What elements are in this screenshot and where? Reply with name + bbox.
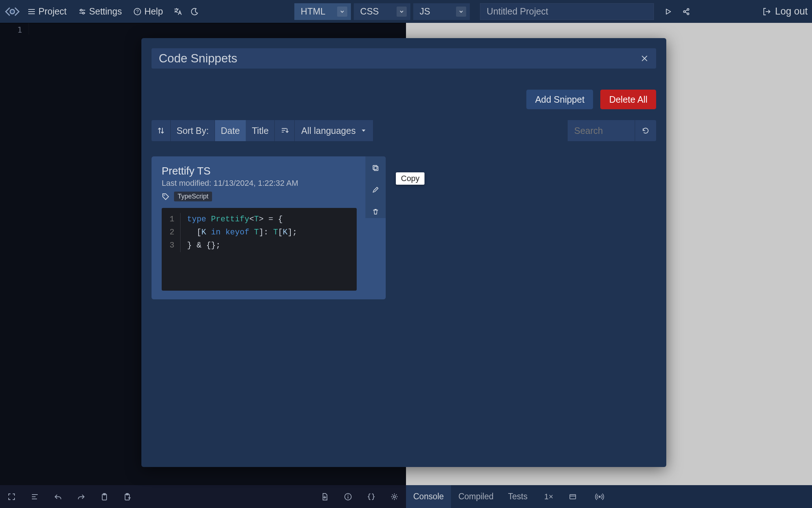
snippet-card: Prettify TS Last modified: 11/13/2024, 1… — [152, 156, 386, 299]
tab-css[interactable]: CSS — [354, 3, 410, 20]
help-icon: ? — [133, 8, 141, 16]
menu-settings-label: Settings — [89, 6, 122, 17]
undo-button[interactable] — [54, 492, 62, 501]
snippet-modified: Last modified: 11/13/2024, 1:22:32 AM — [162, 179, 357, 188]
translate-icon — [173, 7, 182, 16]
window-icon — [569, 493, 577, 501]
broadcast-icon — [595, 493, 604, 501]
svg-rect-26 — [570, 495, 576, 499]
sort-option-title[interactable]: Title — [246, 120, 275, 141]
hamburger-icon — [28, 8, 36, 16]
language-filter-label: All languages — [301, 126, 356, 136]
svg-point-34 — [164, 194, 165, 196]
info-button[interactable] — [344, 492, 352, 501]
tab-js-dropdown[interactable] — [456, 7, 466, 17]
redo-button[interactable] — [77, 492, 86, 501]
sort-asc-desc[interactable] — [275, 120, 295, 141]
sort-direction-toggle[interactable] — [152, 120, 171, 141]
sort-arrows-icon — [157, 127, 165, 135]
theme-toggle[interactable] — [187, 4, 202, 19]
language-filter-dropdown[interactable]: All languages — [295, 120, 373, 141]
editor-settings-button[interactable] — [390, 492, 399, 501]
trash-icon — [372, 208, 379, 215]
logout-label: Log out — [775, 6, 808, 17]
svg-point-5 — [80, 9, 82, 11]
snippet-title: Prettify TS — [162, 165, 357, 177]
download-icon — [320, 492, 329, 501]
tab-html-dropdown[interactable] — [337, 7, 347, 17]
chevron-down-icon — [459, 9, 464, 14]
svg-point-25 — [393, 496, 395, 498]
moon-icon — [191, 8, 199, 16]
sort-option-date-label: Date — [221, 126, 240, 136]
svg-text:?: ? — [136, 9, 139, 14]
snippet-search-input[interactable] — [573, 125, 629, 136]
caret-down-icon — [361, 128, 366, 134]
format-icon — [30, 492, 39, 501]
tab-html[interactable]: HTML — [294, 3, 351, 20]
sliders-icon — [78, 8, 86, 16]
project-title-text: Untitled Project — [487, 6, 548, 17]
redo-icon — [77, 492, 86, 501]
snippet-delete-button[interactable] — [372, 205, 379, 218]
svg-rect-36 — [373, 165, 377, 169]
project-title-input[interactable]: Untitled Project — [480, 3, 654, 20]
tab-html-label: HTML — [301, 6, 326, 17]
refresh-button[interactable] — [635, 120, 656, 141]
tab-js-label: JS — [420, 6, 430, 17]
zoom-label[interactable]: 1× — [544, 492, 553, 501]
paste-icon — [123, 492, 132, 501]
undo-icon — [54, 492, 62, 501]
sort-by-label: Sort By: — [171, 120, 215, 141]
format-button[interactable] — [30, 492, 39, 501]
tab-compiled[interactable]: Compiled — [451, 485, 501, 508]
new-window-button[interactable] — [566, 493, 580, 501]
clipboard-button[interactable] — [100, 492, 109, 501]
broadcast-button[interactable] — [592, 493, 607, 501]
close-icon — [640, 54, 649, 63]
fullscreen-button[interactable] — [7, 492, 16, 501]
language-switch[interactable] — [170, 4, 186, 19]
sort-option-date[interactable]: Date — [215, 120, 246, 141]
menu-project[interactable]: Project — [22, 4, 72, 19]
braces-button[interactable] — [367, 492, 376, 501]
sort-desc-icon — [281, 127, 289, 135]
snippet-code-preview: 1type Prettify<T> = {2 [K in keyof T]: T… — [162, 208, 357, 291]
run-button[interactable] — [664, 8, 672, 16]
tab-css-dropdown[interactable] — [397, 7, 407, 17]
code-snippets-modal: Code Snippets Add Snippet Delete All Sor… — [141, 38, 666, 467]
svg-point-7 — [82, 12, 84, 14]
delete-all-button[interactable]: Delete All — [600, 90, 656, 109]
menu-settings[interactable]: Settings — [73, 4, 127, 19]
add-snippet-button[interactable]: Add Snippet — [526, 90, 593, 109]
braces-icon — [367, 492, 376, 501]
sort-by-label-text: Sort By: — [177, 126, 209, 136]
snippet-copy-button[interactable] — [372, 161, 379, 175]
tag-icon — [162, 193, 170, 201]
svg-rect-35 — [374, 167, 378, 171]
snippet-search[interactable] — [568, 120, 635, 141]
editor-line-number: 1 — [0, 23, 29, 34]
fullscreen-icon — [7, 492, 16, 501]
tab-console-label: Console — [413, 492, 444, 501]
logout-button[interactable]: Log out — [762, 6, 808, 17]
svg-point-28 — [599, 496, 600, 497]
tab-console[interactable]: Console — [406, 485, 451, 508]
pencil-icon — [372, 186, 379, 193]
snippet-edit-button[interactable] — [372, 183, 379, 196]
tab-compiled-label: Compiled — [458, 492, 493, 501]
paste-button[interactable] — [123, 492, 132, 501]
refresh-icon — [642, 127, 650, 135]
tab-tests[interactable]: Tests — [501, 485, 535, 508]
download-button[interactable] — [320, 492, 329, 501]
snippet-language-tag: TypeScript — [174, 192, 212, 201]
share-button[interactable] — [682, 8, 690, 16]
copy-icon — [372, 164, 379, 172]
menu-help[interactable]: ? Help — [128, 4, 168, 19]
share-icon — [682, 8, 690, 16]
tab-js[interactable]: JS — [413, 3, 470, 20]
svg-line-13 — [685, 10, 687, 11]
play-icon — [664, 8, 672, 16]
modal-close-button[interactable] — [640, 54, 649, 63]
app-logo[interactable] — [4, 3, 21, 20]
